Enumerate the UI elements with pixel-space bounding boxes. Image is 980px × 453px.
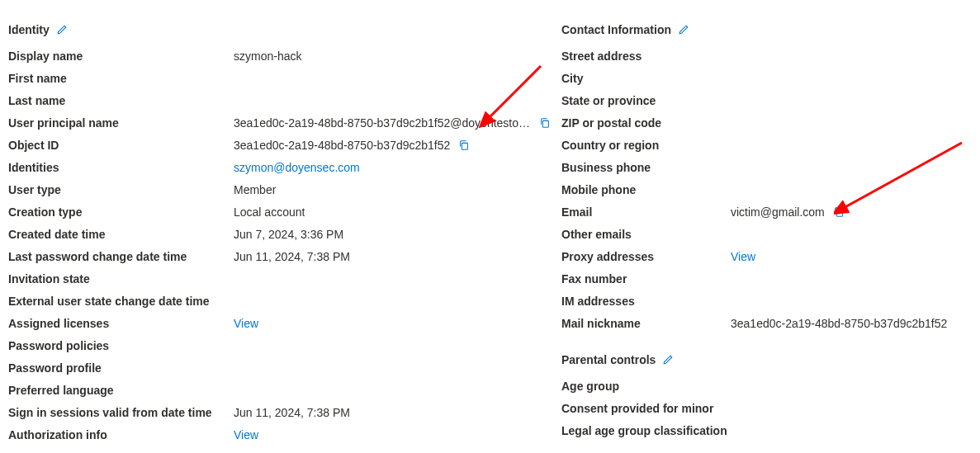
field-label: Country or region xyxy=(561,139,731,152)
email-row: Email victim@gmail.com xyxy=(561,203,974,225)
copy-icon[interactable] xyxy=(458,139,470,151)
field-label: City xyxy=(561,72,731,85)
pencil-icon[interactable] xyxy=(678,24,689,35)
field-value: Jun 7, 2024, 3:36 PM xyxy=(234,228,343,241)
identity-header-text: Identity xyxy=(8,23,50,36)
field-value: 3ea1ed0c-2a19-48bd-8750-b37d9c2b1f52 xyxy=(234,139,450,152)
parental-section-header: Parental controls xyxy=(561,353,974,366)
sign-in-sessions-row: Sign in sessions valid from date time Ju… xyxy=(8,403,561,426)
state-row: State or province xyxy=(561,92,974,114)
field-label: Consent provided for minor xyxy=(561,402,731,415)
field-label: Authorization info xyxy=(8,428,234,441)
svg-rect-0 xyxy=(542,120,548,127)
copy-icon[interactable] xyxy=(833,206,845,218)
field-label: Assigned licenses xyxy=(8,317,234,330)
field-label: Street address xyxy=(561,50,731,63)
parental-header-text: Parental controls xyxy=(561,353,656,366)
field-label: Business phone xyxy=(561,161,731,174)
last-password-change-row: Last password change date time Jun 11, 2… xyxy=(8,248,561,270)
field-label: Sign in sessions valid from date time xyxy=(8,406,234,419)
creation-type-row: Creation type Local account xyxy=(8,203,561,225)
field-value: Jun 11, 2024, 7:38 PM xyxy=(234,406,350,419)
street-address-row: Street address xyxy=(561,47,974,69)
field-value: victim@gmail.com xyxy=(731,205,825,219)
password-policies-row: Password policies xyxy=(8,337,561,359)
field-value: 3ea1ed0c-2a19-48bd-8750-b37d9c2b1f52 xyxy=(731,317,947,330)
field-label: State or province xyxy=(561,94,731,107)
view-link[interactable]: View xyxy=(234,428,258,441)
assigned-licenses-row: Assigned licenses View xyxy=(8,314,561,337)
first-name-row: First name xyxy=(8,69,561,92)
field-label: Object ID xyxy=(8,139,234,152)
object-id-row: Object ID 3ea1ed0c-2a19-48bd-8750-b37d9c… xyxy=(8,136,561,158)
field-label: Age group xyxy=(561,380,731,393)
field-label: Email xyxy=(561,205,731,219)
view-link[interactable]: View xyxy=(731,250,755,263)
im-addresses-row: IM addresses xyxy=(561,292,974,314)
field-value: Member xyxy=(234,183,276,196)
authorization-info-row: Authorization info View xyxy=(8,426,561,448)
password-profile-row: Password profile xyxy=(8,359,561,381)
user-type-row: User type Member xyxy=(8,181,561,203)
age-group-row: Age group xyxy=(561,377,974,399)
field-label: Legal age group classification xyxy=(561,424,731,437)
identities-row: Identities szymon@doyensec.com xyxy=(8,158,561,181)
svg-rect-2 xyxy=(836,210,842,216)
field-label: Creation type xyxy=(8,205,234,219)
invitation-state-row: Invitation state xyxy=(8,270,561,292)
field-label: Created date time xyxy=(8,228,234,241)
business-phone-row: Business phone xyxy=(561,158,974,181)
field-value: szymon-hack xyxy=(234,50,301,63)
user-principal-name-row: User principal name 3ea1ed0c-2a19-48bd-8… xyxy=(8,114,561,136)
field-label: Proxy addresses xyxy=(561,250,731,263)
mail-nickname-row: Mail nickname 3ea1ed0c-2a19-48bd-8750-b3… xyxy=(561,314,974,337)
mobile-phone-row: Mobile phone xyxy=(561,181,974,203)
pencil-icon[interactable] xyxy=(662,354,674,366)
last-name-row: Last name xyxy=(8,92,561,114)
consent-minor-row: Consent provided for minor xyxy=(561,399,974,422)
display-name-row: Display name szymon-hack xyxy=(8,47,561,69)
field-label: Fax number xyxy=(561,272,731,285)
preferred-language-row: Preferred language xyxy=(8,381,561,403)
field-label: User type xyxy=(8,183,234,196)
field-value: 3ea1ed0c-2a19-48bd-8750-b37d9c2b1f52@doy… xyxy=(234,116,531,130)
country-row: Country or region xyxy=(561,136,974,158)
field-label: IM addresses xyxy=(561,295,731,308)
field-label: First name xyxy=(8,72,234,85)
zip-row: ZIP or postal code xyxy=(561,114,974,136)
field-label: Mail nickname xyxy=(561,317,731,330)
copy-icon[interactable] xyxy=(539,117,551,129)
field-label: External user state change date time xyxy=(8,295,234,308)
pencil-icon[interactable] xyxy=(56,24,68,35)
field-label: Other emails xyxy=(561,228,731,241)
field-label: Display name xyxy=(8,50,234,63)
other-emails-row: Other emails xyxy=(561,225,974,248)
field-label: Last password change date time xyxy=(8,250,234,263)
proxy-addresses-row: Proxy addresses View xyxy=(561,248,974,270)
identities-link[interactable]: szymon@doyensec.com xyxy=(234,161,360,174)
field-label: Invitation state xyxy=(8,272,234,285)
svg-rect-1 xyxy=(462,143,468,149)
field-label: Password policies xyxy=(8,339,234,352)
fax-number-row: Fax number xyxy=(561,270,974,292)
field-label: Password profile xyxy=(8,361,234,375)
field-label: Last name xyxy=(8,94,234,107)
field-label: Mobile phone xyxy=(561,183,731,196)
field-value: Jun 11, 2024, 7:38 PM xyxy=(234,250,350,263)
created-date-row: Created date time Jun 7, 2024, 3:36 PM xyxy=(8,225,561,248)
field-label: User principal name xyxy=(8,116,234,130)
field-label: Preferred language xyxy=(8,384,234,397)
contact-header-text: Contact Information xyxy=(561,23,671,36)
city-row: City xyxy=(561,69,974,92)
field-label: ZIP or postal code xyxy=(561,116,731,130)
legal-age-group-row: Legal age group classification xyxy=(561,422,974,444)
external-user-state-row: External user state change date time xyxy=(8,292,561,314)
field-value: Local account xyxy=(234,205,305,219)
identity-section-header: Identity xyxy=(8,23,561,36)
field-label: Identities xyxy=(8,161,234,174)
contact-section-header: Contact Information xyxy=(561,23,974,36)
view-link[interactable]: View xyxy=(234,317,258,330)
